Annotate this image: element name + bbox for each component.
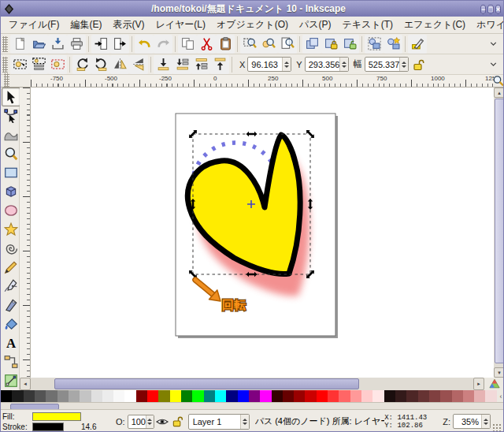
- layer-selector[interactable]: Layer 1: [188, 414, 250, 430]
- tool-bezier-pen[interactable]: [2, 277, 20, 296]
- ungroup-button[interactable]: [384, 35, 402, 54]
- zoom-page-button[interactable]: [278, 35, 297, 54]
- tool-rectangle[interactable]: [2, 163, 20, 182]
- field-spinbox-0[interactable]: 96.163: [247, 57, 291, 72]
- opacity-spinbox[interactable]: 100: [128, 415, 154, 429]
- palette-swatch-34[interactable]: [384, 390, 395, 402]
- palette-swatch-3[interactable]: [35, 390, 46, 402]
- scroll-right-button[interactable]: ▸: [473, 378, 484, 390]
- lower-button[interactable]: [172, 55, 191, 74]
- layer-spin-arrows[interactable]: [240, 415, 249, 429]
- tool-ellipse[interactable]: [2, 201, 20, 220]
- field-spin-arrows[interactable]: [399, 58, 408, 71]
- duplicate-button[interactable]: [302, 35, 321, 54]
- layer-visibility-eye-icon[interactable]: [155, 415, 169, 429]
- print-button[interactable]: [67, 35, 86, 54]
- zoom-spinbox[interactable]: 35%: [453, 414, 491, 429]
- magnifier-icon[interactable]: [492, 75, 504, 88]
- unlink-clone-button[interactable]: [340, 35, 359, 54]
- palette-swatch-11[interactable]: [124, 390, 135, 402]
- menu-item-6[interactable]: テキスト(T): [337, 17, 398, 33]
- vertical-scrollbar[interactable]: ▴ ▾: [494, 88, 504, 378]
- lower-to-bottom-button[interactable]: [154, 55, 172, 74]
- palette-swatch-1[interactable]: [12, 390, 23, 402]
- toolbox-grip[interactable]: [4, 73, 9, 89]
- palette-swatch-40[interactable]: [452, 390, 463, 402]
- palette-swatch-6[interactable]: [69, 390, 80, 402]
- undo-button[interactable]: [135, 35, 154, 54]
- palette-swatch-5[interactable]: [57, 390, 69, 402]
- tool-spiral[interactable]: [2, 239, 20, 258]
- group-button[interactable]: [365, 35, 384, 54]
- palette-swatch-29[interactable]: [328, 390, 339, 402]
- zoom-selection-button[interactable]: [240, 35, 259, 54]
- palette-swatch-30[interactable]: [339, 390, 350, 402]
- palette-swatch-41[interactable]: [463, 390, 474, 402]
- palette-swatch-31[interactable]: [350, 390, 361, 402]
- palette-swatch-18[interactable]: [204, 390, 215, 402]
- menu-item-1[interactable]: 編集(E): [65, 17, 107, 33]
- menu-item-8[interactable]: ホワイトボード(B): [471, 17, 504, 33]
- palette-swatch-10[interactable]: [113, 390, 124, 402]
- palette-swatch-13[interactable]: [147, 390, 158, 402]
- horizontal-scrollbar[interactable]: ◂ ▸: [20, 378, 484, 390]
- toolbar-grip[interactable]: [2, 36, 8, 52]
- toolbar-overflow-button[interactable]: [486, 57, 500, 73]
- tool-pencil[interactable]: [2, 258, 20, 277]
- menu-item-5[interactable]: パス(P): [294, 17, 337, 33]
- palette-swatch-17[interactable]: [192, 390, 203, 402]
- scroll-down-button[interactable]: ▾: [494, 367, 504, 378]
- palette-swatch-9[interactable]: [102, 390, 113, 402]
- palette-swatch-37[interactable]: [418, 390, 429, 402]
- palette-swatch-0[interactable]: [1, 390, 12, 402]
- palette-swatch-23[interactable]: [260, 390, 271, 402]
- raise-to-top-button[interactable]: [210, 55, 229, 74]
- palette-swatch-24[interactable]: [272, 390, 283, 402]
- vertical-scroll-thumb[interactable]: [495, 99, 504, 363]
- save-button[interactable]: [48, 35, 67, 54]
- zoom-drawing-button[interactable]: [259, 35, 278, 54]
- tool-node-editor[interactable]: [2, 106, 20, 125]
- palette-swatch-21[interactable]: [238, 390, 249, 402]
- canvas[interactable]: 回転: [31, 88, 494, 378]
- menu-item-7[interactable]: エフェクト(C): [398, 17, 471, 33]
- dimension-lock-button[interactable]: [409, 54, 429, 75]
- field-spinbox-1[interactable]: 293.356: [305, 57, 349, 72]
- deselect-button[interactable]: [48, 55, 67, 74]
- menu-item-2[interactable]: 表示(V): [107, 17, 150, 33]
- tool-tweak[interactable]: [2, 125, 20, 144]
- window-close-button[interactable]: ×: [495, 5, 501, 14]
- layer-lock-icon[interactable]: [171, 415, 185, 429]
- window-minimize-button[interactable]: −: [480, 5, 486, 14]
- rotate-ccw-button[interactable]: [72, 55, 91, 74]
- window-maximize-button[interactable]: □: [487, 5, 493, 14]
- tool-paint-bucket[interactable]: [2, 315, 20, 333]
- palette-swatch-7[interactable]: [80, 390, 91, 402]
- palette-swatch-16[interactable]: [181, 390, 192, 402]
- menu-item-0[interactable]: ファイル(F): [3, 17, 65, 33]
- palette-swatch-27[interactable]: [305, 390, 316, 402]
- color-management-icon[interactable]: [486, 378, 503, 390]
- palette-scrollbar[interactable]: [1, 402, 504, 409]
- raise-button[interactable]: [191, 55, 210, 74]
- palette-swatch-19[interactable]: [215, 390, 226, 402]
- palette-swatch-8[interactable]: [91, 390, 102, 402]
- palette-swatch-15[interactable]: [170, 390, 181, 402]
- palette-swatch-25[interactable]: [283, 390, 294, 402]
- select-all-layers-button[interactable]: [29, 55, 48, 74]
- palette-swatch-39[interactable]: [440, 390, 451, 402]
- tool-zoom[interactable]: [2, 144, 20, 163]
- cut-button[interactable]: [197, 35, 216, 54]
- stroke-color-swatch[interactable]: [32, 423, 64, 431]
- palette-swatch-38[interactable]: [429, 390, 440, 402]
- paste-button[interactable]: [216, 35, 235, 54]
- opacity-spin-arrows[interactable]: [146, 415, 154, 428]
- toolbar-grip[interactable]: [2, 57, 8, 73]
- field-spin-arrows[interactable]: [282, 58, 291, 71]
- palette-swatch-20[interactable]: [226, 390, 237, 402]
- palette-swatch-33[interactable]: [372, 390, 384, 402]
- scroll-up-button[interactable]: ▴: [494, 88, 504, 98]
- new-document-button[interactable]: [10, 35, 29, 54]
- palette-swatch-22[interactable]: [249, 390, 260, 402]
- palette-swatch-36[interactable]: [406, 390, 417, 402]
